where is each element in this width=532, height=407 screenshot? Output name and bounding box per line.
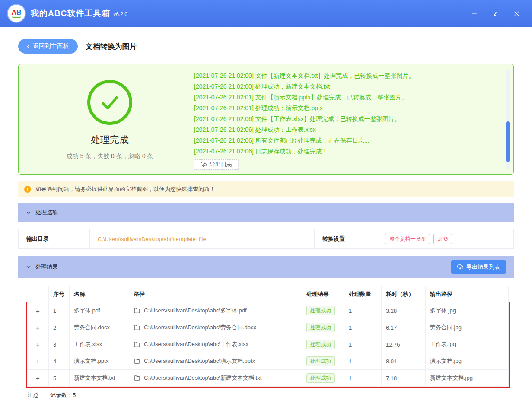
folder-icon [134,341,140,347]
cell-output: 劳务合同.jpg [426,319,509,336]
close-icon[interactable] [513,10,520,17]
warning-icon: ! [24,186,31,193]
expand-row-button[interactable]: + [27,353,49,370]
status-summary: 成功 5 条，失败 0 条，忽略 0 条 [67,153,153,160]
setting-tag: 整个文档一张图 [385,234,430,244]
export-log-button[interactable]: 导出日志 [194,159,239,170]
summary-suffix: 条，忽略 0 条 [115,153,153,159]
summary-label: 汇总 [28,391,39,399]
summary-prefix: 成功 5 条，失败 [67,153,111,159]
export-results-label: 导出结果列表 [466,263,500,271]
table-summary-row: 汇总 记录数：5 [27,387,509,404]
status-badge: 处理成功 [306,340,335,349]
log-scrollbar[interactable] [506,70,510,169]
cell-output: 工作表.jpg [426,336,509,353]
cell-name: 多字体.pdf [70,302,129,319]
folder-icon [134,308,140,314]
expand-row-button[interactable]: + [27,302,49,319]
back-to-main-button[interactable]: ‹ 返回到主面板 [18,39,78,54]
convert-settings-tags: 整个文档一张图 JPG [377,229,513,248]
expand-row-button[interactable]: + [27,336,49,353]
section-header-options[interactable]: 处理选项 [18,203,514,222]
log-scrollbar-thumb[interactable] [506,121,510,162]
maximize-icon[interactable] [492,10,499,17]
cell-time: 8.01 [382,353,426,370]
log-line: [2021-07-26 21:02:06] 日志保存成功，处理完成！ [194,146,500,157]
header-output: 输出路径 [426,286,509,302]
cell-no: 3 [49,336,70,353]
status-badge: 处理成功 [306,356,335,366]
table-row: + 2 劳务合同.docx C:\Users\sullivan\Desktop\… [27,319,509,336]
cell-name: 工作表.xlsx [70,336,129,353]
cell-time: 6.17 [382,319,426,336]
chevron-down-icon [26,264,31,270]
minimize-icon[interactable] [471,10,478,17]
cell-path: C:\Users\sullivan\Desktop\abc\多字体.pdf [129,302,302,319]
cell-no: 2 [49,319,70,336]
header-name: 名称 [70,286,129,302]
table-header-row: 序号 名称 路径 处理结果 处理数量 耗时（秒） 输出路径 [27,286,509,302]
back-chevron-icon: ‹ [27,42,29,50]
cell-count: 1 [344,319,382,336]
header-count: 处理数量 [344,286,382,302]
cell-count: 1 [344,370,382,387]
cell-status: 处理成功 [302,336,344,353]
log-line: [2021-07-26 21:02:00] 处理成功：新建文本文档.txt [194,81,500,92]
result-status: 处理完成 成功 5 条，失败 0 条，忽略 0 条 [25,70,194,170]
cloud-download-icon [201,162,207,168]
path-text: C:\Users\sullivan\Desktop\abc\多字体.pdf [144,307,247,315]
cell-path: C:\Users\sullivan\Desktop\abc\工作表.xlsx [129,336,302,353]
output-dir-value: C:\Users\sullivan\Desktop\abc\template_f… [90,229,315,248]
app-logo: A B [8,5,25,22]
cell-count: 1 [344,336,382,353]
folder-icon [134,375,140,381]
cell-path: C:\Users\sullivan\Desktop\abc\劳务合同.docx [129,319,302,336]
cell-count: 1 [344,353,382,370]
cell-no: 4 [49,353,70,370]
log-line: [2021-07-26 21:02:01] 处理成功：演示文档.pptx [194,103,500,114]
cell-path: C:\Users\sullivan\Desktop\abc\新建文本文档.txt [129,370,302,387]
export-results-button[interactable]: 导出结果列表 [451,260,506,274]
section-header-results[interactable]: 处理结果 导出结果列表 [18,256,514,278]
cell-no: 1 [49,302,70,319]
cell-name: 新建文本文档.txt [70,370,129,387]
path-text: C:\Users\sullivan\Desktop\abc\工作表.xlsx [144,340,248,348]
back-button-label: 返回到主面板 [33,42,69,50]
window-controls [471,10,524,17]
cell-status: 处理成功 [302,353,344,370]
chevron-down-icon [26,210,31,215]
cell-status: 处理成功 [302,319,344,336]
app-version: v6.2.0 [113,11,127,17]
convert-settings-label: 转换设置 [315,229,377,248]
status-badge: 处理成功 [306,306,335,315]
cell-status: 处理成功 [302,370,344,387]
setting-tag: JPG [433,234,452,244]
logo-letter-a: A [11,9,16,16]
output-dir-label: 输出目录 [19,229,90,248]
results-section-title: 处理结果 [35,263,58,271]
log-area: [2021-07-26 21:02:00] 文件【新建文本文档.txt】处理完成… [194,70,500,170]
expand-row-button[interactable]: + [27,319,49,336]
folder-icon [134,324,140,331]
folder-icon [134,358,140,364]
table-row: + 5 新建文本文档.txt C:\Users\sullivan\Desktop… [27,370,509,387]
cell-name: 演示文档.pptx [70,353,129,370]
logo-swoosh [12,16,21,18]
header-expand [27,286,49,302]
app-title: 我的ABC软件工具箱 [31,8,110,19]
logo-letter-b: B [16,9,22,16]
path-text: C:\Users\sullivan\Desktop\abc\演示文档.pptx [144,357,255,365]
cell-name: 劳务合同.docx [70,319,129,336]
log-line: [2021-07-26 21:02:01] 文件【演示文档.pptx】处理完成，… [194,92,500,103]
page-header: ‹ 返回到主面板 文档转换为图片 [18,39,514,54]
expand-row-button[interactable]: + [27,370,49,387]
export-log-label: 导出日志 [210,161,232,169]
cell-status: 处理成功 [302,302,344,319]
page-title: 文档转换为图片 [86,41,137,51]
summary-fail-count: 0 [111,153,115,159]
log-line: [2021-07-26 21:02:06] 处理成功：工作表.xlsx [194,124,500,135]
header-status: 处理结果 [302,286,344,302]
table-row: + 3 工作表.xlsx C:\Users\sullivan\Desktop\a… [27,336,509,353]
header-no: 序号 [49,286,70,302]
table-row: + 1 多字体.pdf C:\Users\sullivan\Desktop\ab… [27,302,509,319]
